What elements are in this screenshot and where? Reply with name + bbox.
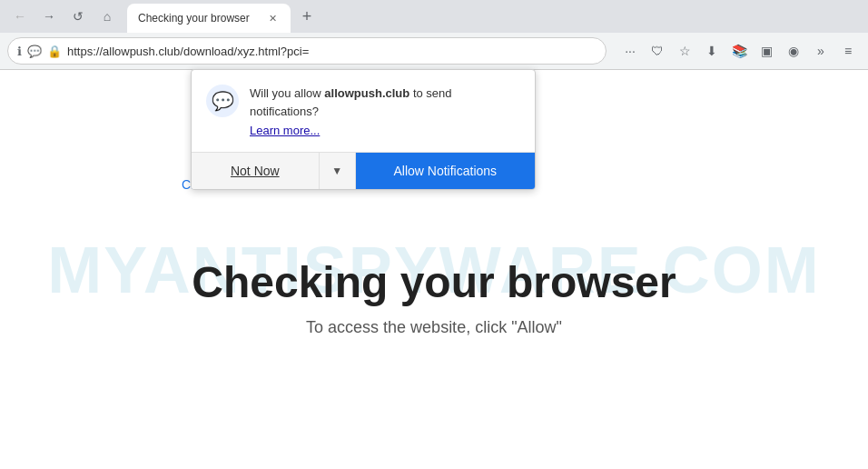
popup-text: Will you allow allowpush.club to send no… [250, 86, 452, 118]
browser-chrome: ← → ↺ ⌂ Checking your browser ✕ + ℹ 💬 🔒 … [0, 0, 868, 70]
active-tab[interactable]: Checking your browser ✕ [127, 4, 291, 33]
home-icon: ⌂ [104, 9, 111, 24]
dropdown-button[interactable]: ▼ [320, 153, 356, 189]
main-title: Checking your browser [192, 257, 676, 307]
popup-learn-more-link[interactable]: Learn more... [250, 124, 520, 137]
tab-title: Checking your browser [138, 12, 260, 25]
dropdown-icon: ▼ [331, 165, 342, 177]
popup-body: 💬 Will you allow allowpush.club to send … [192, 70, 535, 152]
lock-icon: 🔒 [47, 45, 62, 58]
back-icon: ← [14, 9, 26, 24]
bookmark-icon: ☆ [679, 44, 691, 58]
reload-button[interactable]: ↺ [65, 4, 91, 29]
popup-actions: Not Now ▼ Allow Notifications [192, 152, 535, 189]
reload-icon: ↺ [73, 9, 84, 24]
pocket-button[interactable]: 🛡 [645, 38, 670, 64]
address-bar: ℹ 💬 🔒 https://allowpush.club/download/xy… [0, 33, 868, 69]
sidebar-button[interactable]: ▣ [754, 38, 779, 64]
bookmark-button[interactable]: ☆ [672, 38, 697, 64]
more-button[interactable]: ··· [617, 38, 643, 64]
forward-button[interactable]: → [36, 4, 62, 29]
popup-message: Will you allow allowpush.club to send no… [250, 85, 520, 137]
more-icon: ··· [625, 44, 636, 58]
forward-icon: → [43, 9, 55, 24]
popup-chat-icon: 💬 [206, 85, 239, 117]
not-now-button[interactable]: Not Now [192, 153, 320, 189]
menu-button[interactable]: ≡ [835, 38, 861, 64]
new-tab-button[interactable]: + [294, 4, 320, 29]
tab-bar: ← → ↺ ⌂ Checking your browser ✕ + [0, 0, 868, 33]
profile-button[interactable]: ◉ [781, 38, 806, 64]
url-text: https://allowpush.club/download/xyz.html… [67, 45, 597, 58]
new-tab-icon: + [302, 7, 312, 26]
sub-text: To access the website, click "Allow" [306, 318, 562, 337]
tab-close-button[interactable]: ✕ [265, 11, 280, 25]
info-icon: ℹ [17, 45, 22, 58]
url-bar[interactable]: ℹ 💬 🔒 https://allowpush.club/download/xy… [7, 37, 607, 65]
notification-popup: 💬 Will you allow allowpush.club to send … [191, 69, 536, 190]
extensions-button[interactable]: » [808, 38, 833, 64]
nav-icons: ← → ↺ ⌂ [7, 4, 120, 29]
back-button[interactable]: ← [7, 4, 33, 29]
chat-icon: 💬 [27, 45, 42, 58]
library-button[interactable]: 📚 [726, 38, 752, 64]
download-button[interactable]: ⬇ [699, 38, 725, 64]
toolbar-right: ··· 🛡 ☆ ⬇ 📚 ▣ ◉ » ≡ [617, 38, 861, 64]
home-button[interactable]: ⌂ [94, 4, 120, 29]
popup-domain: allowpush.club [324, 86, 409, 100]
allow-notifications-button[interactable]: Allow Notifications [356, 153, 535, 189]
popup-message-prefix: Will you allow [250, 86, 324, 100]
